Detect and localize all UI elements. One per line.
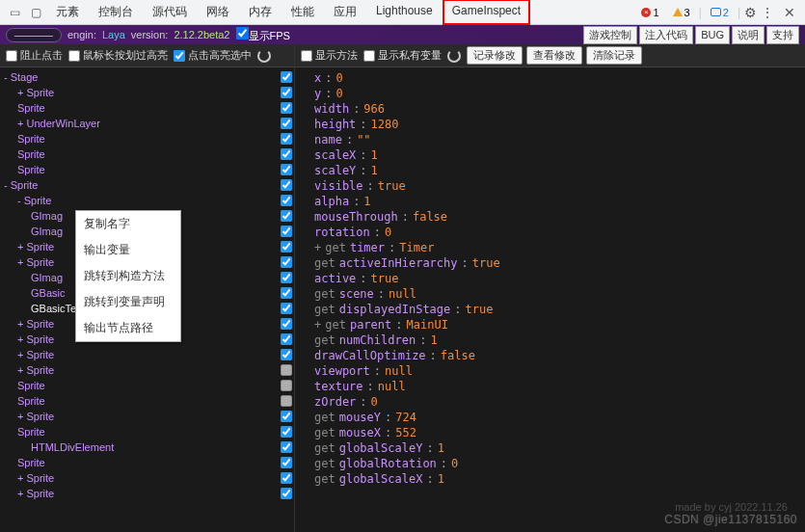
tree-node[interactable]: Sprite: [0, 424, 294, 439]
property-row[interactable]: mouseThrough : false: [314, 210, 805, 226]
refresh-props-icon[interactable]: [447, 49, 461, 63]
property-row[interactable]: viewport : null: [314, 364, 805, 380]
refresh-icon[interactable]: [257, 49, 271, 63]
tree-visibility-checkbox[interactable]: [281, 349, 292, 360]
property-row[interactable]: get displayedInStage : true: [314, 303, 805, 318]
tree-visibility-checkbox[interactable]: [281, 426, 292, 438]
property-row[interactable]: drawCallOptimize : false: [314, 349, 805, 364]
property-row[interactable]: x : 0: [314, 71, 805, 87]
tree-node[interactable]: Sprite: [0, 131, 294, 146]
fps-checkbox[interactable]: 显示FPS: [236, 27, 290, 43]
ctx-item[interactable]: 输出节点路径: [76, 315, 180, 341]
expand-icon[interactable]: +: [314, 318, 321, 333]
inspect-icon[interactable]: ▭: [8, 6, 21, 19]
property-row[interactable]: active : true: [314, 272, 805, 287]
ctx-item[interactable]: 跳转到构造方法: [76, 263, 180, 289]
tree-visibility-checkbox[interactable]: [281, 133, 292, 145]
tree-visibility-checkbox[interactable]: [281, 303, 292, 314]
btn-清除记录[interactable]: 清除记录: [586, 46, 642, 65]
tree-node[interactable]: - Sprite: [0, 193, 294, 208]
properties-list[interactable]: x : 0y : 0width : 966height : 1280name :…: [295, 67, 805, 532]
tree-node[interactable]: Sprite: [0, 378, 294, 393]
property-row[interactable]: scaleY : 1: [314, 164, 805, 179]
property-row[interactable]: alpha : 1: [314, 195, 805, 210]
tree-visibility-checkbox[interactable]: [281, 71, 292, 83]
tree-visibility-checkbox[interactable]: [281, 318, 292, 330]
property-row[interactable]: scaleX : 1: [314, 148, 805, 164]
tree-node[interactable]: + Sprite: [0, 85, 294, 100]
tree-node[interactable]: + Sprite: [0, 347, 294, 362]
ctx-item[interactable]: 复制名字: [76, 211, 180, 237]
tree-node[interactable]: Sprite: [0, 455, 294, 470]
property-row[interactable]: zOrder : 0: [314, 395, 805, 411]
action-支持[interactable]: 支持: [766, 26, 799, 44]
ctx-item[interactable]: 跳转到变量声明: [76, 289, 180, 315]
ctx-item[interactable]: 输出变量: [76, 237, 180, 263]
tab-应用[interactable]: 应用: [324, 0, 366, 25]
tree-visibility-checkbox[interactable]: [281, 287, 292, 299]
property-row[interactable]: get mouseX : 552: [314, 426, 805, 441]
tree-visibility-checkbox[interactable]: [281, 148, 292, 160]
tree-visibility-checkbox[interactable]: [281, 226, 292, 237]
tree-visibility-checkbox[interactable]: [281, 333, 292, 345]
property-row[interactable]: rotation : 0: [314, 226, 805, 241]
click-highlight-checkbox[interactable]: 点击高亮选中: [174, 48, 252, 63]
property-row[interactable]: get globalScaleX : 1: [314, 472, 805, 488]
tree-visibility-checkbox[interactable]: [281, 256, 292, 268]
property-row[interactable]: height : 1280: [314, 118, 805, 133]
property-row[interactable]: get numChildren : 1: [314, 333, 805, 349]
btn-查看修改[interactable]: 查看修改: [526, 46, 582, 65]
action-说明[interactable]: 说明: [732, 26, 765, 44]
property-row[interactable]: + get timer : Timer: [314, 241, 805, 256]
property-row[interactable]: get activeInHierarchy : true: [314, 256, 805, 272]
gear-icon[interactable]: ⚙: [744, 5, 757, 20]
tree-node[interactable]: HTMLDivElement: [0, 439, 294, 455]
kebab-icon[interactable]: ⋮: [761, 5, 774, 20]
tab-控制台[interactable]: 控制台: [89, 0, 143, 25]
tree-node[interactable]: - Sprite: [0, 177, 294, 193]
btn-记录修改[interactable]: 记录修改: [467, 46, 523, 65]
warning-count[interactable]: 3: [668, 6, 695, 19]
property-row[interactable]: name : "": [314, 133, 805, 148]
tab-源代码[interactable]: 源代码: [143, 0, 197, 25]
property-row[interactable]: get mouseY : 724: [314, 411, 805, 426]
tab-gameinspect[interactable]: GameInspect: [443, 0, 530, 25]
tree-visibility-checkbox[interactable]: [281, 441, 292, 453]
tree-visibility-checkbox[interactable]: [281, 472, 292, 484]
hover-highlight-checkbox[interactable]: 鼠标长按划过高亮: [68, 48, 168, 63]
action-注入代码[interactable]: 注入代码: [639, 26, 693, 44]
tab-元素[interactable]: 元素: [46, 0, 89, 25]
tab-内存[interactable]: 内存: [239, 0, 282, 25]
error-count[interactable]: ×1: [636, 6, 663, 19]
show-method-checkbox[interactable]: 显示方法: [301, 48, 358, 63]
show-private-checkbox[interactable]: 显示私有变量: [363, 48, 442, 63]
tree-visibility-checkbox[interactable]: [281, 488, 292, 499]
tree-visibility-checkbox[interactable]: [281, 102, 292, 114]
tree-node[interactable]: Sprite: [0, 393, 294, 409]
block-click-checkbox[interactable]: 阻止点击: [6, 48, 63, 63]
property-row[interactable]: y : 0: [314, 87, 805, 102]
tree-visibility-checkbox[interactable]: [281, 241, 292, 253]
tree-visibility-checkbox[interactable]: [281, 411, 292, 422]
property-row[interactable]: width : 966: [314, 102, 805, 118]
tree-visibility-checkbox[interactable]: [281, 164, 292, 175]
tree-visibility-checkbox[interactable]: [281, 272, 292, 283]
chat-count[interactable]: 2: [706, 6, 734, 19]
tree-node[interactable]: + UnderWinLayer: [0, 116, 294, 131]
close-icon[interactable]: ✕: [778, 5, 801, 20]
tree-visibility-checkbox[interactable]: [281, 118, 292, 129]
property-row[interactable]: get scene : null: [314, 287, 805, 303]
property-row[interactable]: get globalRotation : 0: [314, 457, 805, 472]
tree-node[interactable]: Sprite: [0, 100, 294, 116]
tree-node[interactable]: + Sprite: [0, 409, 294, 424]
property-row[interactable]: get globalScaleY : 1: [314, 441, 805, 457]
tree-visibility-checkbox[interactable]: [281, 364, 292, 376]
tree-visibility-checkbox[interactable]: [281, 457, 292, 468]
tree-visibility-checkbox[interactable]: [281, 87, 292, 98]
tree-node[interactable]: - Stage: [0, 69, 294, 85]
expand-icon[interactable]: +: [314, 241, 321, 256]
tree-visibility-checkbox[interactable]: [281, 395, 292, 407]
tree-node[interactable]: + Sprite: [0, 362, 294, 378]
tree-node[interactable]: Sprite: [0, 146, 294, 162]
device-icon[interactable]: ▢: [29, 6, 42, 19]
